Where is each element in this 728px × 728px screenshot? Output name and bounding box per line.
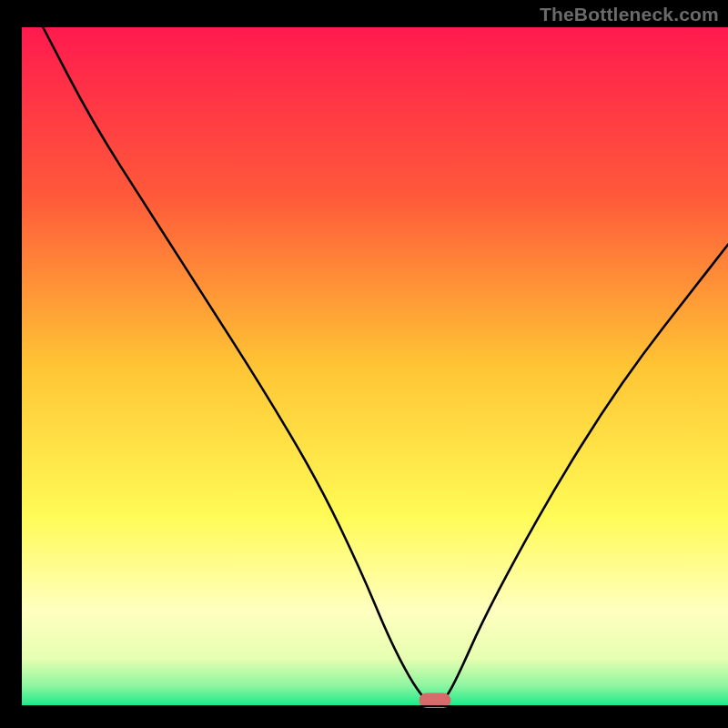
- bottleneck-chart: [0, 0, 728, 728]
- watermark-label: TheBottleneck.com: [540, 4, 719, 25]
- chart-frame: TheBottleneck.com: [0, 0, 728, 728]
